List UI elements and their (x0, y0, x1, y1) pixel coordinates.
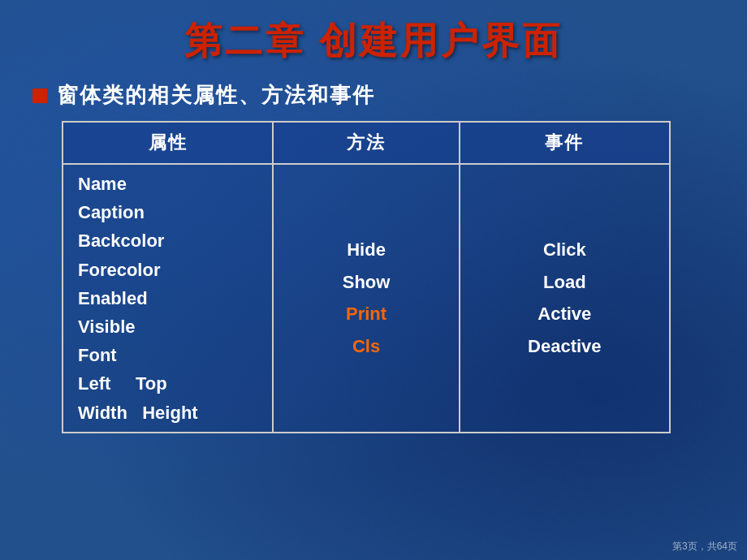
attr-width-height: Width Height (78, 398, 257, 427)
attr-cell: Name Caption Backcolor Forecolor Enabled… (63, 164, 273, 433)
method-cls: Cls (288, 330, 443, 363)
attr-backcolor: Backcolor (78, 226, 257, 255)
method-print: Print (288, 298, 443, 330)
page-title: 第二章 创建用户界面 (32, 16, 715, 67)
table-wrapper: 属性 方法 事件 Name Caption Backcolor Forecolo… (62, 121, 715, 433)
attr-name: Name (78, 170, 257, 198)
attr-font: Font (78, 341, 257, 369)
event-active: Active (475, 298, 654, 330)
bullet-text: 窗体类的相关属性、方法和事件 (57, 81, 375, 110)
bullet-row: 窗体类的相关属性、方法和事件 (32, 81, 715, 110)
properties-table: 属性 方法 事件 Name Caption Backcolor Forecolo… (62, 121, 671, 433)
col-header-event: 事件 (460, 122, 670, 164)
event-click: Click (475, 234, 654, 266)
attr-enabled: Enabled (78, 284, 257, 312)
event-cell: Click Load Active Deactive (460, 164, 670, 433)
col-header-method: 方法 (273, 122, 459, 164)
slide-content: 第二章 创建用户界面 窗体类的相关属性、方法和事件 属性 方法 事件 Name … (0, 0, 747, 450)
col-header-attr: 属性 (63, 122, 273, 164)
method-show: Show (288, 266, 443, 299)
table-header-row: 属性 方法 事件 (63, 122, 670, 164)
attr-visible: Visible (78, 312, 257, 341)
table-row: Name Caption Backcolor Forecolor Enabled… (63, 164, 670, 433)
event-deactive: Deactive (475, 330, 654, 363)
event-load: Load (475, 266, 654, 299)
attr-forecolor: Forecolor (78, 256, 257, 284)
bullet-icon (32, 88, 47, 103)
slide-number: 第3页，共64页 (672, 540, 737, 554)
attr-left-top: Left Top (78, 369, 257, 398)
method-cell: Hide Show Print Cls (273, 164, 459, 433)
method-hide: Hide (288, 234, 443, 266)
attr-caption: Caption (78, 198, 257, 226)
